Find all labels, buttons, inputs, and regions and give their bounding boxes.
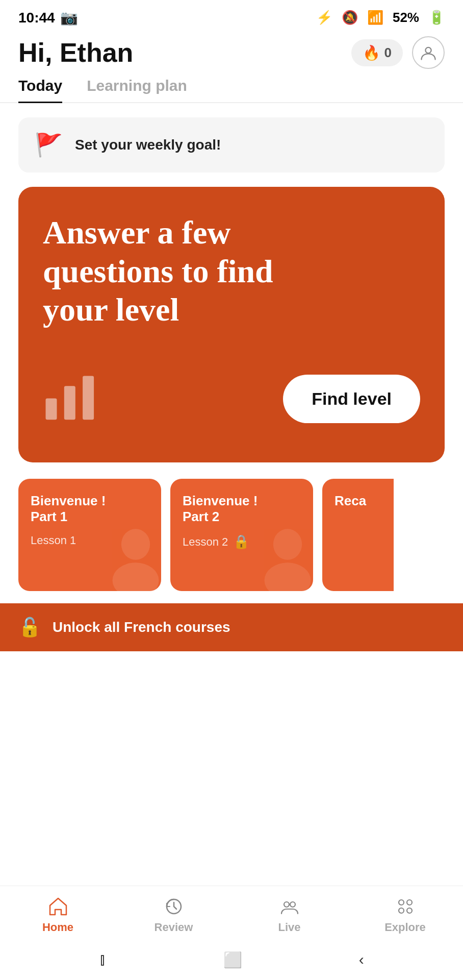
find-level-button[interactable]: Find level [283,375,420,423]
tabs-container: Today Learning plan [0,77,463,103]
battery-icon: 🔋 [428,10,445,26]
bluetooth-icon: ⚡ [316,10,332,26]
lesson-card-1[interactable]: Bienvenue ! Part 1 Lesson 1 [18,479,161,591]
lessons-row: Bienvenue ! Part 1 Lesson 1 Bienvenue ! … [0,479,463,591]
nav-review[interactable]: Review [116,895,232,934]
nav-explore[interactable]: Explore [347,895,463,934]
flag-icon: 🚩 [35,132,63,158]
lesson-title-3: Reca [335,493,381,509]
hero-title: Answer a few questions to find your leve… [43,213,328,329]
battery-display: 52% [393,10,419,26]
unlock-icon: 🔓 [18,617,41,638]
hero-card-bottom: Find level [43,370,420,423]
home-button[interactable]: ⬜ [223,951,242,969]
tab-learning-plan[interactable]: Learning plan [87,77,187,103]
svg-point-10 [290,902,295,907]
time-display: 10:44 [18,10,55,26]
header: Hi, Ethan 🔥 0 [0,31,463,77]
nav-explore-label: Explore [384,921,426,934]
streak-badge[interactable]: 🔥 0 [351,39,403,66]
nav-home[interactable]: Home [0,895,116,934]
avatar-silhouette-2 [257,528,313,591]
svg-rect-3 [83,376,94,420]
chart-icon [43,370,99,423]
greeting-text: Hi, Ethan [18,37,133,68]
svg-point-11 [399,900,404,905]
profile-avatar[interactable] [412,36,445,69]
svg-point-13 [399,908,404,913]
system-nav: ⫿ ⬜ ‹ [0,939,463,980]
svg-rect-2 [64,386,75,420]
tab-today[interactable]: Today [18,77,62,103]
lesson-title-2: Bienvenue ! Part 2 [183,493,264,525]
sound-off-icon: 🔕 [342,10,358,26]
lock-icon: 🔒 [233,534,249,550]
bottom-nav: Home Review Live Explore [0,886,463,939]
hero-card[interactable]: Answer a few questions to find your leve… [18,187,445,462]
lesson-card-3[interactable]: Reca [322,479,394,591]
streak-count: 0 [384,45,392,61]
status-bar: 10:44 📷 ⚡ 🔕 📶 52% 🔋 [0,0,463,31]
lesson-card-2[interactable]: Bienvenue ! Part 2 Lesson 2 🔒 [170,479,313,591]
avatar-silhouette-1 [105,528,161,591]
flame-icon: 🔥 [363,44,380,61]
wifi-icon: 📶 [367,10,383,26]
unlock-bar[interactable]: 🔓 Unlock all French courses [0,603,463,651]
status-icons: ⚡ 🔕 📶 52% 🔋 [316,10,445,26]
header-right: 🔥 0 [351,36,445,69]
svg-point-6 [273,529,302,560]
back-button[interactable]: ‹ [359,951,364,968]
svg-point-4 [121,529,150,560]
svg-point-14 [407,908,412,913]
nav-home-label: Home [42,921,73,934]
svg-rect-1 [46,398,57,420]
nav-live[interactable]: Live [232,895,347,934]
lesson-title-1: Bienvenue ! Part 1 [31,493,112,525]
unlock-text: Unlock all French courses [53,619,230,635]
svg-point-5 [113,562,159,591]
recent-apps-button[interactable]: ⫿ [99,951,107,968]
nav-review-label: Review [155,921,193,934]
camera-icon: 📷 [60,9,78,26]
nav-live-label: Live [278,921,300,934]
svg-point-12 [407,900,412,905]
goal-text: Set your weekly goal! [75,137,221,153]
status-time: 10:44 📷 [18,9,78,26]
svg-point-0 [425,47,431,53]
svg-point-7 [265,562,311,591]
goal-banner[interactable]: 🚩 Set your weekly goal! [18,117,445,173]
svg-point-9 [284,902,289,907]
